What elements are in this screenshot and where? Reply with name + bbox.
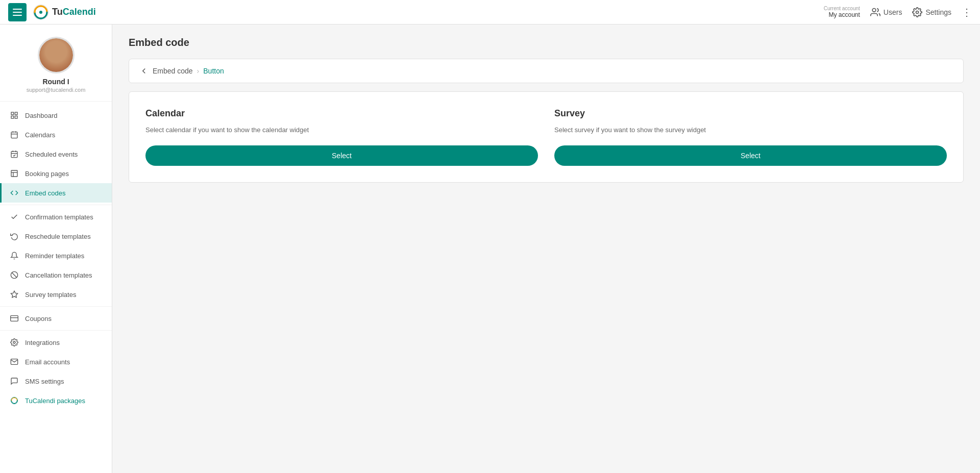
sidebar-item-dashboard[interactable]: Dashboard <box>0 106 112 125</box>
integrations-icon <box>10 338 19 347</box>
users-label: Users <box>884 8 902 16</box>
app-body: Round I support@tucalendi.com Dashboard … <box>0 24 980 473</box>
sidebar-item-label: Survey templates <box>25 291 76 298</box>
sidebar-item-label: Embed codes <box>25 189 66 197</box>
survey-card-description: Select survey if you want to show the su… <box>554 125 947 135</box>
calendar-card: Calendar Select calendar if you want to … <box>145 108 538 166</box>
sidebar-item-confirmation-templates[interactable]: Confirmation templates <box>0 207 112 227</box>
sidebar-item-tucalendi-packages[interactable]: TuCalendi packages <box>0 391 112 410</box>
svg-rect-8 <box>11 132 17 138</box>
tucalendi-packages-icon <box>10 396 19 405</box>
account-info: Current account My account <box>824 6 860 18</box>
booking-pages-icon <box>10 169 19 178</box>
nav-divider-3 <box>0 330 112 331</box>
svg-rect-12 <box>11 152 17 158</box>
main-content: Embed code Embed code › Button Calendar … <box>112 24 980 473</box>
sidebar-item-label: Cancellation templates <box>25 271 92 279</box>
svg-point-25 <box>11 397 18 404</box>
sidebar-item-reschedule-templates[interactable]: Reschedule templates <box>0 227 112 246</box>
sidebar-item-embed-codes[interactable]: Embed codes <box>0 183 112 203</box>
sidebar-item-survey-templates[interactable]: Survey templates <box>0 285 112 304</box>
settings-button[interactable]: Settings <box>912 7 951 17</box>
nav-divider-2 <box>0 306 112 307</box>
breadcrumb-back-button[interactable] <box>139 66 149 76</box>
email-icon <box>10 357 19 366</box>
users-button[interactable]: Users <box>870 7 902 17</box>
svg-rect-7 <box>15 116 17 118</box>
cards-container: Calendar Select calendar if you want to … <box>129 91 964 183</box>
svg-point-24 <box>13 341 15 343</box>
sidebar-item-label: Reschedule templates <box>25 233 91 240</box>
calendar-card-title: Calendar <box>145 108 538 119</box>
account-label: Current account <box>824 6 860 11</box>
topbar: TuCalendi Current account My account Use… <box>0 0 980 24</box>
sidebar-item-booking-pages[interactable]: Booking pages <box>0 164 112 183</box>
topbar-left: TuCalendi <box>8 3 96 21</box>
svg-rect-4 <box>11 112 14 115</box>
calendar-card-description: Select calendar if you want to show the … <box>145 125 538 135</box>
sidebar-item-label: Integrations <box>25 339 60 346</box>
sidebar-item-label: Booking pages <box>25 170 69 178</box>
svg-point-2 <box>872 8 876 12</box>
sidebar-item-reminder-templates[interactable]: Reminder templates <box>0 246 112 265</box>
reminder-icon <box>10 251 19 260</box>
sidebar-item-label: Coupons <box>25 315 52 322</box>
sidebar-item-calendars[interactable]: Calendars <box>0 125 112 144</box>
svg-marker-21 <box>11 291 17 297</box>
sidebar-profile: Round I support@tucalendi.com <box>0 24 112 102</box>
logo-text: TuCalendi <box>52 7 96 17</box>
topbar-right: Current account My account Users Setting… <box>824 6 972 18</box>
sidebar-item-email-accounts[interactable]: Email accounts <box>0 352 112 371</box>
reschedule-icon <box>10 232 19 241</box>
breadcrumb-current: Button <box>203 67 224 75</box>
svg-point-3 <box>916 11 919 13</box>
nav-divider <box>0 205 112 205</box>
svg-rect-6 <box>11 116 14 118</box>
svg-rect-16 <box>11 170 17 177</box>
users-icon <box>870 7 880 17</box>
account-name: My account <box>824 11 860 18</box>
breadcrumb-bar: Embed code › Button <box>129 59 964 83</box>
back-chevron-icon <box>139 66 149 76</box>
avatar <box>38 37 75 73</box>
svg-rect-22 <box>11 316 18 321</box>
avatar-image <box>39 38 73 72</box>
survey-card: Survey Select survey if you want to show… <box>554 108 947 166</box>
scheduled-events-icon <box>10 150 19 159</box>
survey-icon <box>10 290 19 299</box>
survey-card-title: Survey <box>554 108 947 119</box>
hamburger-button[interactable] <box>8 3 27 21</box>
calendar-select-button[interactable]: Select <box>145 145 538 166</box>
logo-area: TuCalendi <box>33 4 96 20</box>
coupons-icon <box>10 314 19 323</box>
page-title: Embed code <box>129 37 964 48</box>
embed-codes-icon <box>10 188 19 197</box>
sidebar-item-sms-settings[interactable]: SMS settings <box>0 371 112 391</box>
sidebar-item-scheduled-events[interactable]: Scheduled events <box>0 144 112 164</box>
calendars-icon <box>10 130 19 139</box>
sidebar-item-label: Email accounts <box>25 358 70 366</box>
breadcrumb-separator: › <box>197 67 200 75</box>
profile-name: Round I <box>42 78 69 86</box>
dashboard-icon <box>10 111 19 120</box>
sms-icon <box>10 377 19 386</box>
sidebar-item-cancellation-templates[interactable]: Cancellation templates <box>0 265 112 285</box>
sidebar-item-label: SMS settings <box>25 378 64 385</box>
confirmation-icon <box>10 212 19 221</box>
cancellation-icon <box>10 270 19 280</box>
sidebar-item-label: Scheduled events <box>25 151 78 158</box>
more-button[interactable]: ⋮ <box>962 7 972 17</box>
logo-icon <box>33 4 49 20</box>
settings-icon <box>912 7 922 17</box>
sidebar-item-integrations[interactable]: Integrations <box>0 333 112 352</box>
sidebar-nav: Dashboard Calendars Scheduled events Boo… <box>0 102 112 414</box>
sidebar-item-label: TuCalendi packages <box>25 397 85 405</box>
survey-select-button[interactable]: Select <box>554 145 947 166</box>
sidebar-item-label: Calendars <box>25 131 55 139</box>
settings-label: Settings <box>925 8 951 16</box>
sidebar-item-coupons[interactable]: Coupons <box>0 309 112 328</box>
profile-email: support@tucalendi.com <box>27 87 86 93</box>
svg-line-20 <box>12 272 16 277</box>
svg-rect-5 <box>15 112 17 115</box>
breadcrumb-parent: Embed code <box>153 67 193 75</box>
